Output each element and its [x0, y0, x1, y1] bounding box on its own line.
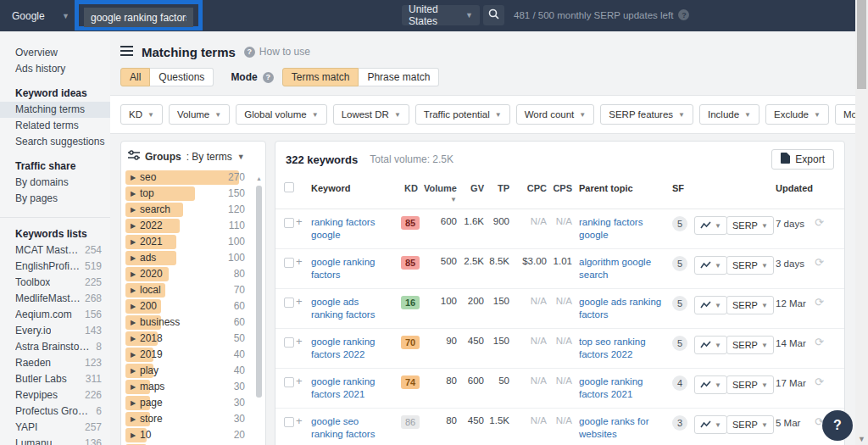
keyword-link[interactable]: google seo ranking factors — [311, 416, 375, 439]
row-checkbox[interactable] — [284, 337, 294, 348]
keyword-link[interactable]: google ads ranking factors — [311, 297, 375, 320]
sidebar-item-overview[interactable]: Overview — [0, 45, 110, 61]
refresh-icon[interactable]: ⟳ — [815, 216, 826, 229]
group-item[interactable]: ▶top150 — [121, 186, 265, 202]
filter-include[interactable]: Include▼ — [699, 104, 760, 125]
keywords-list-item[interactable]: MedlifeMastery (P...268 — [0, 291, 110, 307]
select-all-checkbox[interactable] — [284, 182, 294, 192]
parent-topic-link[interactable]: top seo ranking factors 2022 — [579, 337, 646, 359]
keyword-link[interactable]: google ranking factors 2021 — [311, 376, 375, 399]
mode-tab-phrase-match[interactable]: Phrase match — [359, 68, 439, 86]
refresh-icon[interactable]: ⟳ — [815, 336, 826, 348]
parent-topic-link[interactable]: google ranking factors 2021 — [579, 376, 643, 399]
serp-button[interactable]: SERP▼ — [726, 296, 774, 314]
group-item[interactable]: ▶ads100 — [121, 250, 265, 266]
keyword-link[interactable]: google ranking factors — [311, 257, 375, 280]
filter-serp-features[interactable]: SERP features▼ — [600, 104, 693, 125]
group-item[interactable]: ▶maps30 — [121, 379, 265, 395]
keywords-list-item[interactable]: Lumanu136 — [0, 436, 110, 445]
sidebar-item-search-suggestions[interactable]: Search suggestions — [0, 134, 110, 150]
keywords-list-item[interactable]: Butler Labs311 — [0, 371, 110, 387]
sidebar-item-ads-history[interactable]: Ads history — [0, 61, 110, 77]
add-to-list-icon[interactable]: + — [296, 216, 311, 227]
mode-info-icon[interactable]: ? — [263, 72, 274, 83]
filter-more-filters[interactable]: More filters▼ — [835, 104, 855, 125]
filter-lowest-dr[interactable]: Lowest DR▼ — [333, 104, 409, 125]
keyword-search-input[interactable] — [84, 8, 193, 27]
groups-header[interactable]: Groups: By terms ▼ — [121, 142, 265, 170]
info-icon[interactable]: ? — [678, 9, 689, 20]
keyword-link[interactable]: ranking factors google — [311, 217, 375, 240]
groups-scrollbar[interactable]: ▲ — [255, 175, 263, 445]
refresh-icon[interactable]: ⟳ — [815, 375, 826, 388]
row-checkbox[interactable] — [284, 417, 294, 427]
tab-questions[interactable]: Questions — [150, 68, 214, 86]
serp-button[interactable]: SERP▼ — [726, 256, 774, 275]
serp-button[interactable]: SERP▼ — [726, 216, 774, 235]
add-to-list-icon[interactable]: + — [296, 256, 311, 267]
group-item[interactable]: ▶business60 — [121, 314, 265, 331]
page-scrollbar[interactable]: ▼ — [855, 0, 868, 445]
group-item[interactable]: ▶seo270 — [121, 170, 265, 186]
filter-traffic-potential[interactable]: Traffic potential▼ — [415, 104, 510, 125]
group-item[interactable]: ▶201940 — [121, 347, 265, 363]
group-item[interactable]: ▶202080 — [121, 266, 265, 282]
parent-topic-link[interactable]: algorithm google search — [579, 257, 651, 280]
keywords-list-item[interactable]: YAPI257 — [0, 420, 110, 436]
sidebar-item-by-pages[interactable]: By pages — [0, 191, 110, 207]
add-to-list-icon[interactable]: + — [296, 375, 311, 387]
serp-button[interactable]: SERP▼ — [726, 415, 774, 434]
group-item[interactable]: ▶play40 — [121, 363, 265, 379]
tab-all[interactable]: All — [120, 68, 150, 86]
keywords-list-item[interactable]: Revpipes226 — [0, 387, 110, 403]
add-to-list-icon[interactable]: + — [296, 415, 311, 426]
group-item[interactable]: ▶local70 — [121, 282, 265, 298]
group-item[interactable]: ▶2022110 — [121, 218, 265, 234]
filter-word-count[interactable]: Word count▼ — [516, 104, 595, 125]
serp-button[interactable]: SERP▼ — [726, 336, 774, 354]
sidebar-item-matching-terms[interactable]: Matching terms — [0, 102, 110, 118]
keywords-list-item[interactable]: EnglishProficiency...519 — [0, 259, 110, 275]
parent-topic-link[interactable]: google ranks for websites — [579, 416, 648, 439]
trend-chart-button[interactable]: ▼ — [694, 415, 727, 434]
trend-chart-button[interactable]: ▼ — [694, 336, 727, 354]
row-checkbox[interactable] — [284, 218, 294, 228]
trend-chart-button[interactable]: ▼ — [694, 375, 727, 394]
country-select[interactable]: United States ▼ — [402, 5, 480, 25]
export-button[interactable]: Export — [771, 149, 834, 170]
page-scrollbar-thumb[interactable] — [857, 0, 866, 89]
trend-chart-button[interactable]: ▼ — [694, 216, 727, 235]
row-checkbox[interactable] — [284, 377, 294, 387]
group-item[interactable]: ▶search120 — [121, 202, 265, 218]
sidebar-item-related-terms[interactable]: Related terms — [0, 118, 110, 134]
sidebar-item-by-domains[interactable]: By domains — [0, 175, 110, 191]
add-to-list-icon[interactable]: + — [296, 336, 311, 347]
keywords-list-item[interactable]: Every.io143 — [0, 323, 110, 339]
parent-topic-link[interactable]: ranking factors google — [579, 217, 643, 240]
trend-chart-button[interactable]: ▼ — [694, 256, 727, 275]
keywords-list-item[interactable]: MCAT Mastery254 — [0, 242, 110, 259]
keywords-list-item[interactable]: Toolbox225 — [0, 275, 110, 291]
group-item[interactable]: ▶201850 — [121, 331, 265, 347]
keywords-list-item[interactable]: Profectus Growth M...6 — [0, 403, 110, 420]
search-engine-select[interactable]: Google ▼ — [8, 6, 75, 25]
filter-exclude[interactable]: Exclude▼ — [765, 104, 829, 125]
search-button[interactable] — [483, 5, 504, 25]
parent-topic-link[interactable]: google ads ranking factors — [579, 297, 661, 320]
group-item[interactable]: ▶20060 — [121, 298, 265, 314]
filter-volume[interactable]: Volume▼ — [169, 104, 230, 125]
mode-tab-terms-match[interactable]: Terms match — [282, 68, 359, 86]
refresh-icon[interactable]: ⟳ — [815, 296, 826, 309]
add-to-list-icon[interactable]: + — [296, 296, 311, 307]
row-checkbox[interactable] — [284, 258, 294, 268]
group-item[interactable]: ▶2021100 — [121, 234, 265, 250]
help-fab-button[interactable]: ? — [822, 410, 853, 441]
refresh-icon[interactable]: ⟳ — [815, 256, 826, 269]
keyword-link[interactable]: google ranking factors 2022 — [311, 337, 375, 359]
group-item[interactable]: ▶page30 — [121, 395, 265, 411]
trend-chart-button[interactable]: ▼ — [694, 296, 727, 314]
keywords-list-item[interactable]: Aeqium.com156 — [0, 307, 110, 323]
groups-scrollbar-thumb[interactable] — [256, 186, 262, 398]
keywords-list-item[interactable]: Raeden123 — [0, 355, 110, 371]
serp-button[interactable]: SERP▼ — [726, 375, 774, 394]
